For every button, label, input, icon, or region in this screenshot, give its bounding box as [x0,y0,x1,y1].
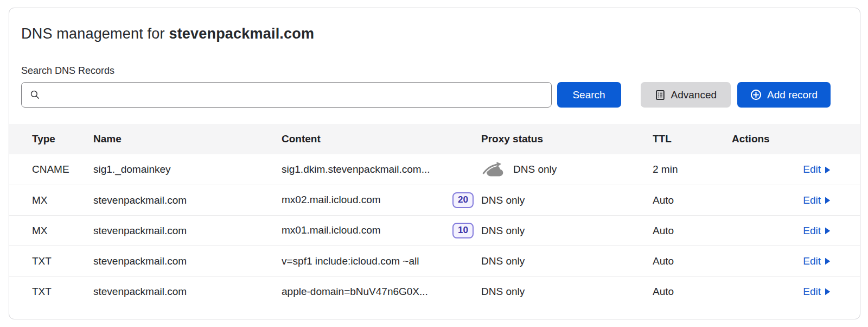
record-proxy-status: DNS only [481,225,653,237]
search-toolbar: Search Advanced [21,82,831,108]
chevron-right-icon [825,197,831,204]
edit-label: Edit [803,255,821,267]
record-name: stevenpackmail.com [93,255,282,267]
record-actions: Edit [732,163,860,175]
column-header-actions: Actions [732,133,860,145]
record-ttl: Auto [653,194,732,206]
edit-label: Edit [803,194,821,206]
chevron-right-icon [825,288,831,295]
record-actions: Edit [732,255,860,267]
record-content: mx02.mail.icloud.com 20 [282,192,481,207]
record-content-text: apple-domain=bNuV47n6G0X... [282,286,428,298]
record-type: MX [9,225,93,237]
record-name: stevenpackmail.com [93,225,282,237]
chevron-right-icon [825,227,831,235]
record-content-text: v=spf1 include:icloud.com ~all [282,255,419,267]
record-proxy-status: DNS only [481,161,653,178]
record-ttl: Auto [653,255,732,267]
record-type: TXT [9,255,93,267]
edit-record-button[interactable]: Edit [803,286,831,298]
record-proxy-status: DNS only [481,255,653,267]
record-actions: Edit [732,286,860,298]
proxy-status-label: DNS only [513,163,557,175]
record-actions: Edit [732,194,860,206]
table-row: MX stevenpackmail.com mx01.mail.icloud.c… [9,215,860,246]
table-body: CNAME sig1._domainkey sig1.dkim.stevenpa… [9,154,860,306]
dns-only-cloud-icon [481,161,506,178]
proxy-status-label: DNS only [481,194,525,206]
record-content-text: mx02.mail.icloud.com [282,194,381,206]
edit-label: Edit [803,225,821,237]
mx-priority-badge: 10 [452,223,474,238]
edit-record-button[interactable]: Edit [803,163,831,175]
chevron-right-icon [825,257,831,265]
record-content: v=spf1 include:icloud.com ~all [282,255,481,267]
column-header-proxy-status: Proxy status [481,133,653,145]
search-box [21,82,552,108]
search-label: Search DNS Records [21,65,831,77]
record-name: stevenpackmail.com [93,286,282,298]
record-content: apple-domain=bNuV47n6G0X... [282,286,481,298]
page-title: DNS management for stevenpackmail.com [21,26,831,42]
record-content-text: sig1.dkim.stevenpackmail.com... [282,163,430,175]
record-ttl: Auto [653,225,732,237]
column-header-content: Content [282,133,481,145]
edit-record-button[interactable]: Edit [803,225,831,237]
record-actions: Edit [732,225,860,237]
proxy-status-label: DNS only [481,225,525,237]
add-record-button[interactable]: Add record [737,82,831,108]
edit-record-button[interactable]: Edit [803,194,831,206]
plus-circle-icon [750,89,762,100]
record-proxy-status: DNS only [481,194,653,206]
proxy-status-label: DNS only [481,286,525,298]
domain-name: stevenpackmail.com [169,26,314,42]
mx-priority-badge: 20 [452,192,474,207]
record-ttl: 2 min [653,163,732,175]
record-type: TXT [9,286,93,298]
search-icon [30,90,40,100]
table-header-row: Type Name Content Proxy status TTL Actio… [9,124,860,154]
dns-management-card: DNS management for stevenpackmail.com Se… [9,8,860,319]
edit-label: Edit [803,286,821,298]
dns-records-table: Type Name Content Proxy status TTL Actio… [9,124,860,306]
search-input[interactable] [40,89,551,100]
record-name: stevenpackmail.com [93,194,282,206]
record-ttl: Auto [653,286,732,298]
proxy-status-label: DNS only [481,255,525,267]
page-title-prefix: DNS management for [21,26,169,42]
chevron-right-icon [825,166,831,174]
search-button[interactable]: Search [557,82,621,108]
list-icon [655,90,666,100]
record-type: CNAME [9,163,93,175]
add-record-button-label: Add record [767,89,818,101]
record-content: sig1.dkim.stevenpackmail.com... [282,163,481,175]
table-row: MX stevenpackmail.com mx02.mail.icloud.c… [9,185,860,215]
edit-label: Edit [803,163,821,175]
table-row: TXT stevenpackmail.com apple-domain=bNuV… [9,276,860,306]
table-row: TXT stevenpackmail.com v=spf1 include:ic… [9,246,860,276]
record-content: mx01.mail.icloud.com 10 [282,223,481,238]
edit-record-button[interactable]: Edit [803,255,831,267]
record-proxy-status: DNS only [481,286,653,298]
record-type: MX [9,194,93,206]
column-header-type: Type [9,133,93,145]
advanced-button-label: Advanced [671,89,717,101]
advanced-button[interactable]: Advanced [641,82,731,108]
column-header-ttl: TTL [653,133,732,145]
record-name: sig1._domainkey [93,163,282,175]
record-content-text: mx01.mail.icloud.com [282,224,381,236]
table-row: CNAME sig1._domainkey sig1.dkim.stevenpa… [9,154,860,185]
column-header-name: Name [93,133,282,145]
